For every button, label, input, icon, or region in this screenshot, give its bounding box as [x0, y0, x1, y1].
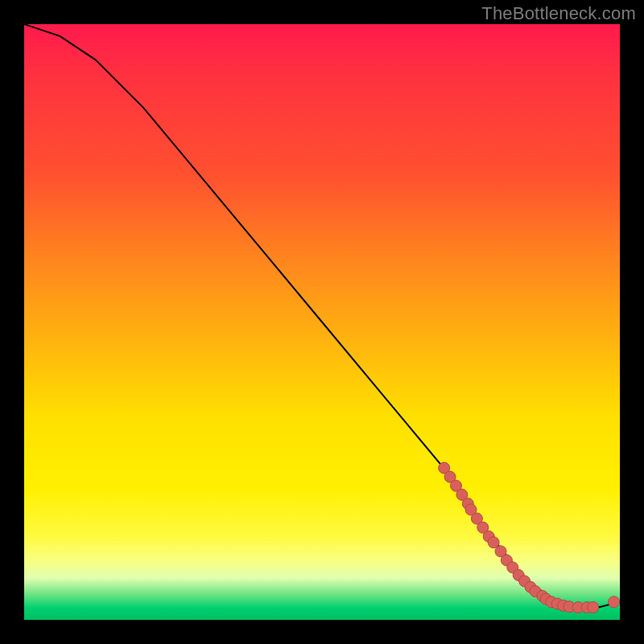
- plot-area: [24, 24, 620, 620]
- watermark-text: TheBottleneck.com: [481, 3, 636, 24]
- chart-frame: TheBottleneck.com: [0, 0, 644, 644]
- chart-svg: [24, 24, 620, 620]
- data-point: [609, 597, 620, 608]
- scatter-points: [439, 462, 620, 613]
- data-point: [588, 602, 599, 613]
- bottleneck-curve: [24, 24, 620, 608]
